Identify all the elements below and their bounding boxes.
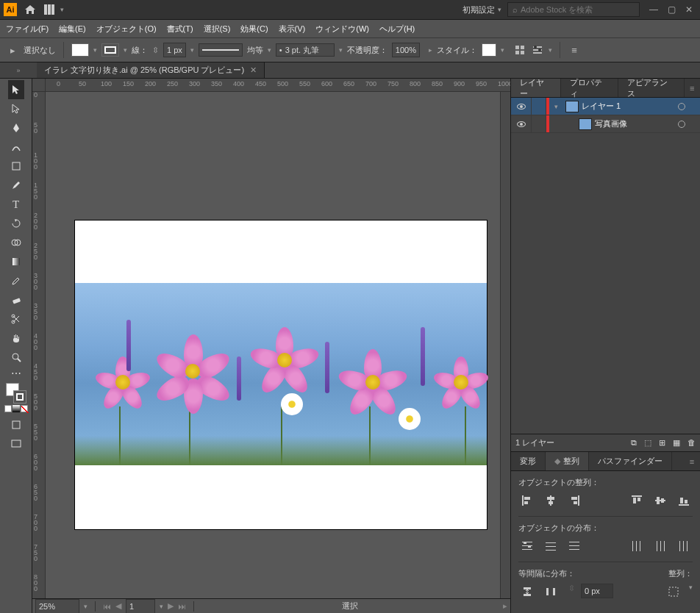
tab-pathfinder[interactable]: パスファインダー [589,452,672,470]
fill-stroke-box[interactable] [6,383,26,404]
distribute-hspace-icon[interactable] [542,584,560,600]
align-vcenter-icon[interactable] [651,492,669,509]
workspace-preset[interactable]: 初期設定 ▾ [463,4,501,15]
direct-selection-tool[interactable] [8,99,24,118]
home-icon[interactable] [24,3,37,16]
shape-builder-tool[interactable] [8,233,24,252]
zoom-input[interactable]: 25% [35,599,79,614]
visibility-toggle[interactable] [511,115,532,132]
curvature-tool[interactable] [8,137,24,157]
close-tab-icon[interactable]: ✕ [250,65,257,75]
eraser-tool[interactable] [8,290,24,309]
close-button[interactable]: ✕ [681,3,697,16]
search-box[interactable]: ⌕ Adobe Stock を検索 [507,2,640,17]
layer-row-2[interactable]: 写真画像 [511,115,700,133]
make-clipping-mask-icon[interactable]: ⬚ [644,438,651,448]
distribute-vcenter-icon[interactable] [542,538,560,554]
ruler-horizontal[interactable]: 0501001502002503003504004505005506006507… [46,79,510,92]
preferences-icon[interactable] [531,43,544,57]
document-tab[interactable]: イラレ 文字切り抜き.ai @ 25% (RGB/GPU プレビュー) ✕ [37,62,265,78]
maximize-button[interactable]: ▢ [663,3,679,16]
panel-menu-icon[interactable]: ≡ [685,79,700,97]
minimize-button[interactable]: — [646,3,662,16]
align-left-icon[interactable] [518,492,536,509]
create-sublayer-icon[interactable]: ⊞ [659,438,665,448]
zoom-tool[interactable] [8,348,24,367]
type-tool[interactable]: T [8,195,24,214]
style-swatch[interactable] [482,43,496,57]
draw-mode-icon[interactable] [8,415,24,434]
distribute-left-icon[interactable] [628,538,646,554]
arrange-documents[interactable]: ▾ [44,4,64,15]
edit-toolbar-icon[interactable]: ⋯ [8,367,24,380]
tab-transform[interactable]: 変形 [511,452,546,470]
menu-help[interactable]: ヘルプ(H) [379,24,415,35]
tab-align[interactable]: ◆整列 [546,452,589,470]
pen-tool[interactable] [8,118,24,137]
menu-window[interactable]: ウィンドウ(W) [315,24,369,35]
distribute-right-icon[interactable] [675,538,693,554]
opacity-input[interactable]: 100% [392,43,420,57]
ruler-vertical[interactable]: 05 01 0 01 5 02 0 02 5 03 0 03 5 04 0 04… [32,92,46,598]
menu-file[interactable]: ファイル(F) [6,24,49,35]
layer-name[interactable]: レイヤー 1 [582,101,672,112]
spacing-input[interactable]: 0 px [581,584,613,598]
tab-appearance[interactable]: アピアランス [618,79,684,97]
selection-tool[interactable] [8,80,24,99]
stroke-width-input[interactable]: 1 px [163,43,186,57]
align-right-icon[interactable] [565,492,583,509]
scrollbar-vertical[interactable] [500,92,510,598]
ruler-corner[interactable] [32,79,46,92]
artboard-number[interactable]: 1 [126,599,155,614]
visibility-toggle[interactable] [511,98,532,115]
status-menu-icon[interactable]: ▸ [503,601,507,611]
locate-object-icon[interactable]: ⧉ [631,438,637,448]
new-layer-icon[interactable]: ▦ [673,438,680,448]
distribute-top-icon[interactable] [518,538,536,554]
menu-view[interactable]: 表示(V) [279,24,306,35]
align-to-selection-icon[interactable] [665,584,683,600]
lock-toggle[interactable] [532,98,546,115]
paintbrush-tool[interactable] [8,176,24,195]
eyedropper-tool[interactable] [8,271,24,290]
distribute-hcenter-icon[interactable] [651,538,669,554]
placed-image[interactable] [75,283,487,465]
align-bottom-icon[interactable] [675,492,693,509]
artboard-next-last-icon[interactable]: ⏭ [178,602,186,611]
stroke-profile[interactable] [199,43,243,57]
menu-icon[interactable]: ≡ [568,43,581,57]
doc-setup-icon[interactable] [513,43,526,57]
distribute-bottom-icon[interactable] [565,538,583,554]
viewport[interactable] [46,92,500,598]
layer-name[interactable]: 写真画像 [595,118,672,129]
delete-layer-icon[interactable]: 🗑 [688,438,696,448]
menu-type[interactable]: 書式(T) [167,24,193,35]
hand-tool[interactable] [8,329,24,348]
tab-properties[interactable]: プロパティ [561,79,619,97]
menu-select[interactable]: 選択(S) [204,24,231,35]
menu-object[interactable]: オブジェクト(O) [96,24,157,35]
color-mode-row[interactable] [4,405,28,412]
panel-toggle-icon[interactable]: ▸ [6,43,19,57]
menu-effect[interactable]: 効果(C) [240,24,268,35]
scissors-tool[interactable] [8,309,24,329]
chevron-right-icon[interactable]: ▸ [429,46,432,54]
stepper-icon[interactable]: ⇳ [152,46,159,55]
fill-swatch[interactable] [71,43,89,57]
menu-edit[interactable]: 編集(E) [59,24,86,35]
target-icon[interactable] [672,103,691,110]
distribute-vspace-icon[interactable] [518,584,536,600]
rotate-tool[interactable] [8,214,24,233]
artboard-next-icon[interactable]: ▶ [168,601,174,611]
expand-toggle[interactable]: ▾ [549,103,562,110]
brush-definition[interactable]: • 3 pt. 丸筆 [276,43,335,57]
artboard-prev-first-icon[interactable]: ⏮ [103,602,111,611]
align-hcenter-icon[interactable] [542,492,560,509]
target-icon[interactable] [672,121,691,128]
lock-toggle[interactable] [532,115,546,132]
screen-mode-icon[interactable] [8,434,24,454]
gradient-tool[interactable] [8,252,24,271]
stroke-swatch[interactable] [101,43,119,57]
panel-menu-icon[interactable]: ≡ [684,452,700,470]
layer-row-1[interactable]: ▾ レイヤー 1 [511,98,700,115]
